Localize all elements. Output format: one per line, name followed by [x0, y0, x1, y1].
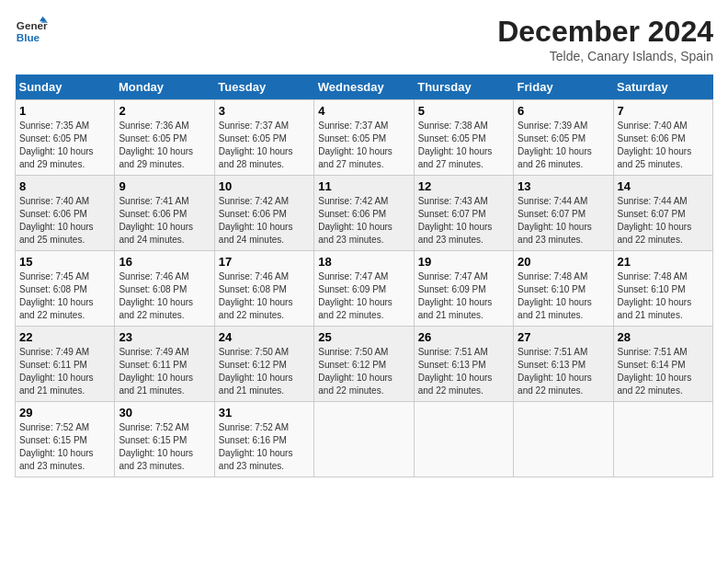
day-cell-25: 25Sunrise: 7:50 AM Sunset: 6:12 PM Dayli… — [314, 327, 414, 402]
day-cell-14: 14Sunrise: 7:44 AM Sunset: 6:07 PM Dayli… — [613, 176, 712, 251]
day-info: Sunrise: 7:45 AM Sunset: 6:08 PM Dayligh… — [19, 270, 110, 322]
day-number: 18 — [318, 255, 409, 269]
day-number: 21 — [618, 255, 709, 269]
calendar-week-2: 8Sunrise: 7:40 AM Sunset: 6:06 PM Daylig… — [16, 176, 713, 251]
calendar-week-3: 15Sunrise: 7:45 AM Sunset: 6:08 PM Dayli… — [16, 251, 713, 327]
logo-icon: General Blue — [15, 15, 48, 48]
day-cell-23: 23Sunrise: 7:49 AM Sunset: 6:11 PM Dayli… — [115, 327, 214, 402]
empty-cell — [613, 402, 712, 477]
dow-monday: Monday — [115, 75, 214, 100]
day-info: Sunrise: 7:43 AM Sunset: 6:07 PM Dayligh… — [418, 195, 509, 247]
day-number: 1 — [19, 104, 110, 118]
title-area: December 2024 Telde, Canary Islands, Spa… — [497, 15, 713, 63]
calendar-body: 1Sunrise: 7:35 AM Sunset: 6:05 PM Daylig… — [16, 100, 713, 477]
day-info: Sunrise: 7:41 AM Sunset: 6:06 PM Dayligh… — [119, 195, 210, 247]
day-cell-16: 16Sunrise: 7:46 AM Sunset: 6:08 PM Dayli… — [115, 251, 214, 327]
day-cell-27: 27Sunrise: 7:51 AM Sunset: 6:13 PM Dayli… — [514, 327, 613, 402]
day-cell-15: 15Sunrise: 7:45 AM Sunset: 6:08 PM Dayli… — [16, 251, 115, 327]
day-info: Sunrise: 7:35 AM Sunset: 6:05 PM Dayligh… — [19, 120, 110, 171]
day-cell-7: 7Sunrise: 7:40 AM Sunset: 6:06 PM Daylig… — [613, 100, 712, 176]
day-cell-2: 2Sunrise: 7:36 AM Sunset: 6:05 PM Daylig… — [115, 100, 214, 176]
day-cell-1: 1Sunrise: 7:35 AM Sunset: 6:05 PM Daylig… — [16, 100, 115, 176]
day-info: Sunrise: 7:37 AM Sunset: 6:05 PM Dayligh… — [318, 120, 409, 171]
header: General Blue December 2024 Telde, Canary… — [15, 15, 713, 63]
day-number: 11 — [318, 179, 409, 193]
day-number: 2 — [119, 104, 210, 118]
calendar-week-4: 22Sunrise: 7:49 AM Sunset: 6:11 PM Dayli… — [16, 327, 713, 402]
dow-wednesday: Wednesday — [314, 75, 414, 100]
day-info: Sunrise: 7:40 AM Sunset: 6:06 PM Dayligh… — [19, 195, 110, 247]
day-number: 30 — [119, 406, 210, 419]
day-cell-20: 20Sunrise: 7:48 AM Sunset: 6:10 PM Dayli… — [514, 251, 613, 327]
day-number: 3 — [219, 104, 310, 118]
day-cell-19: 19Sunrise: 7:47 AM Sunset: 6:09 PM Dayli… — [414, 251, 513, 327]
calendar-table: SundayMondayTuesdayWednesdayThursdayFrid… — [15, 75, 713, 477]
day-info: Sunrise: 7:52 AM Sunset: 6:16 PM Dayligh… — [219, 421, 310, 473]
day-number: 13 — [518, 179, 609, 193]
day-info: Sunrise: 7:48 AM Sunset: 6:10 PM Dayligh… — [618, 270, 709, 322]
day-number: 26 — [418, 330, 509, 344]
day-number: 10 — [219, 179, 310, 193]
day-info: Sunrise: 7:51 AM Sunset: 6:14 PM Dayligh… — [618, 346, 709, 397]
day-number: 23 — [119, 330, 210, 344]
day-cell-6: 6Sunrise: 7:39 AM Sunset: 6:05 PM Daylig… — [514, 100, 613, 176]
day-number: 29 — [19, 406, 110, 419]
calendar-week-1: 1Sunrise: 7:35 AM Sunset: 6:05 PM Daylig… — [16, 100, 713, 176]
day-info: Sunrise: 7:52 AM Sunset: 6:15 PM Dayligh… — [19, 421, 110, 473]
location: Telde, Canary Islands, Spain — [497, 49, 713, 63]
day-cell-11: 11Sunrise: 7:42 AM Sunset: 6:06 PM Dayli… — [314, 176, 414, 251]
day-info: Sunrise: 7:49 AM Sunset: 6:11 PM Dayligh… — [19, 346, 110, 397]
day-number: 22 — [19, 330, 110, 344]
day-info: Sunrise: 7:51 AM Sunset: 6:13 PM Dayligh… — [418, 346, 509, 397]
day-cell-22: 22Sunrise: 7:49 AM Sunset: 6:11 PM Dayli… — [16, 327, 115, 402]
day-number: 7 — [618, 104, 709, 118]
day-number: 19 — [418, 255, 509, 269]
dow-saturday: Saturday — [613, 75, 712, 100]
day-number: 12 — [418, 179, 509, 193]
empty-cell — [314, 402, 414, 477]
day-cell-18: 18Sunrise: 7:47 AM Sunset: 6:09 PM Dayli… — [314, 251, 414, 327]
day-info: Sunrise: 7:44 AM Sunset: 6:07 PM Dayligh… — [618, 195, 709, 247]
day-info: Sunrise: 7:50 AM Sunset: 6:12 PM Dayligh… — [219, 346, 310, 397]
day-cell-21: 21Sunrise: 7:48 AM Sunset: 6:10 PM Dayli… — [613, 251, 712, 327]
day-cell-26: 26Sunrise: 7:51 AM Sunset: 6:13 PM Dayli… — [414, 327, 513, 402]
svg-text:Blue: Blue — [17, 31, 40, 43]
day-cell-4: 4Sunrise: 7:37 AM Sunset: 6:05 PM Daylig… — [314, 100, 414, 176]
day-info: Sunrise: 7:49 AM Sunset: 6:11 PM Dayligh… — [119, 346, 210, 397]
day-number: 20 — [518, 255, 609, 269]
day-info: Sunrise: 7:40 AM Sunset: 6:06 PM Dayligh… — [618, 120, 709, 171]
day-info: Sunrise: 7:46 AM Sunset: 6:08 PM Dayligh… — [219, 270, 310, 322]
day-number: 15 — [19, 255, 110, 269]
day-number: 4 — [318, 104, 409, 118]
day-number: 6 — [518, 104, 609, 118]
day-number: 24 — [219, 330, 310, 344]
day-number: 9 — [119, 179, 210, 193]
empty-cell — [514, 402, 613, 477]
day-cell-3: 3Sunrise: 7:37 AM Sunset: 6:05 PM Daylig… — [214, 100, 313, 176]
empty-cell — [414, 402, 513, 477]
calendar-week-5: 29Sunrise: 7:52 AM Sunset: 6:15 PM Dayli… — [16, 402, 713, 477]
day-cell-13: 13Sunrise: 7:44 AM Sunset: 6:07 PM Dayli… — [514, 176, 613, 251]
day-info: Sunrise: 7:47 AM Sunset: 6:09 PM Dayligh… — [418, 270, 509, 322]
day-of-week-header: SundayMondayTuesdayWednesdayThursdayFrid… — [16, 75, 713, 100]
day-number: 16 — [119, 255, 210, 269]
day-cell-24: 24Sunrise: 7:50 AM Sunset: 6:12 PM Dayli… — [214, 327, 313, 402]
dow-friday: Friday — [514, 75, 613, 100]
day-info: Sunrise: 7:42 AM Sunset: 6:06 PM Dayligh… — [219, 195, 310, 247]
day-info: Sunrise: 7:46 AM Sunset: 6:08 PM Dayligh… — [119, 270, 210, 322]
day-cell-8: 8Sunrise: 7:40 AM Sunset: 6:06 PM Daylig… — [16, 176, 115, 251]
day-number: 17 — [219, 255, 310, 269]
day-cell-9: 9Sunrise: 7:41 AM Sunset: 6:06 PM Daylig… — [115, 176, 214, 251]
logo: General Blue — [15, 15, 48, 48]
day-cell-30: 30Sunrise: 7:52 AM Sunset: 6:15 PM Dayli… — [115, 402, 214, 477]
day-info: Sunrise: 7:36 AM Sunset: 6:05 PM Dayligh… — [119, 120, 210, 171]
day-info: Sunrise: 7:52 AM Sunset: 6:15 PM Dayligh… — [119, 421, 210, 473]
day-cell-17: 17Sunrise: 7:46 AM Sunset: 6:08 PM Dayli… — [214, 251, 313, 327]
dow-thursday: Thursday — [414, 75, 513, 100]
day-number: 25 — [318, 330, 409, 344]
day-cell-5: 5Sunrise: 7:38 AM Sunset: 6:05 PM Daylig… — [414, 100, 513, 176]
day-number: 31 — [219, 406, 310, 419]
day-cell-10: 10Sunrise: 7:42 AM Sunset: 6:06 PM Dayli… — [214, 176, 313, 251]
day-number: 8 — [19, 179, 110, 193]
day-info: Sunrise: 7:50 AM Sunset: 6:12 PM Dayligh… — [318, 346, 409, 397]
